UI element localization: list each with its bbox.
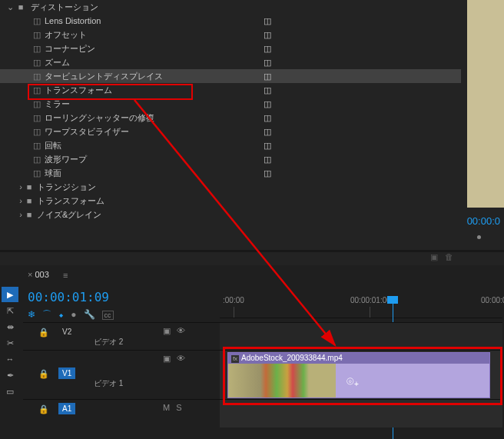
lock-icon[interactable]: 🔒 (38, 404, 49, 414)
selection-tool[interactable]: ▶ (2, 287, 18, 302)
category-label: ディストーション (31, 2, 98, 12)
effect-item[interactable]: ◫回転◫ (0, 138, 461, 152)
new-bin-icon[interactable]: ▣ (430, 252, 438, 261)
drop-cursor-icon: ⦾+ (346, 376, 359, 388)
program-scrubber[interactable] (473, 232, 504, 241)
effect-item[interactable]: ◫ワープスタビライザー◫ (0, 125, 461, 138)
effect-label: ローリングシャッターの修復 (45, 113, 154, 122)
track-tag[interactable]: V1 (58, 367, 75, 379)
track-body-v2[interactable] (220, 322, 502, 351)
panel-footer-icons: ▣ 🗑 (426, 252, 453, 262)
folder-icon: ■ (25, 208, 34, 221)
effect-label: 球面 (45, 168, 61, 178)
effects-category[interactable]: ⌄ ■ ディストーション (0, 0, 461, 14)
lock-icon[interactable]: 🔒 (38, 328, 49, 338)
cc-icon[interactable]: cc (102, 311, 114, 320)
effect-label: トランスフォーム (45, 85, 112, 95)
track-body-a1[interactable] (220, 399, 502, 427)
trash-icon[interactable]: 🗑 (445, 252, 453, 261)
effects-category[interactable]: ›■トランスフォーム (0, 194, 461, 208)
program-monitor-preview (467, 0, 504, 208)
mute-icon[interactable]: M (163, 403, 170, 412)
category-label: ノイズ&グレイン (37, 210, 101, 219)
program-timecode: 00:00:0 (467, 215, 500, 227)
effect-item[interactable]: ◫オフセット◫ (0, 28, 461, 42)
effect-type-icon: ◫ (261, 69, 274, 83)
effect-type-icon: ◫ (261, 111, 274, 125)
solo-icon[interactable]: S (176, 403, 181, 412)
preset-icon: ◫ (32, 111, 41, 125)
ruler-tick: 00:00:01:00 (350, 296, 391, 304)
fx-badge-icon[interactable]: fx (231, 355, 239, 363)
playhead-icon[interactable] (387, 296, 398, 304)
snap-icon[interactable]: ❄ (28, 309, 35, 320)
effect-item[interactable]: ◫トランスフォーム◫ (0, 83, 461, 97)
toggle-output-icon[interactable]: ▣ (163, 326, 171, 335)
track-name: ビデオ 1 (94, 378, 123, 389)
effect-label: ミラー (45, 99, 70, 108)
preset-icon: ◫ (32, 14, 41, 28)
effect-type-icon: ◫ (261, 42, 274, 55)
sequence-tab[interactable]: × 003 (28, 270, 49, 279)
sequence-tab-name: 003 (35, 270, 49, 279)
linked-selection-icon[interactable]: ⌒ (42, 309, 51, 320)
effect-item[interactable]: ◫タービュレントディスプレイス◫ (0, 69, 461, 83)
track-tag[interactable]: V2 (58, 326, 75, 338)
category-label: トランジション (37, 182, 96, 191)
timeline-ruler[interactable]: :00:00 00:00:01:00 00:00:02:00 (220, 296, 502, 318)
effect-label: Lens Distortion (45, 16, 101, 25)
effect-label: タービュレントディスプレイス (45, 72, 163, 81)
wrench-icon[interactable]: 🔧 (84, 309, 95, 320)
effects-category[interactable]: ›■ノイズ&グレイン (0, 208, 461, 221)
eye-icon[interactable]: 👁 (177, 354, 185, 363)
video-clip[interactable]: fxAdobeStock_200933844.mp4 ⦾+ (227, 352, 490, 398)
effect-item[interactable]: ◫ズーム◫ (0, 55, 461, 69)
track-header-a1[interactable]: 🔒 A1 MS (23, 399, 220, 427)
effect-item[interactable]: ◫ローリングシャッターの修復◫ (0, 111, 461, 125)
rectangle-tool[interactable]: ▭ (2, 384, 18, 399)
slip-tool[interactable]: ↔ (2, 351, 18, 367)
sequence-timecode[interactable]: 00:00:01:09 (28, 290, 109, 304)
effect-type-icon: ◫ (261, 97, 274, 111)
preset-icon: ◫ (32, 42, 41, 55)
effect-label: ワープスタビライザー (45, 127, 129, 136)
expand-arrow-icon: › (17, 180, 25, 194)
clip-thumbnail (228, 364, 336, 397)
track-body-v1[interactable]: fxAdobeStock_200933844.mp4 ⦾+ (220, 350, 502, 400)
track-header-v2[interactable]: 🔒 V2 ビデオ 2 ▣👁 (23, 322, 220, 351)
effect-item[interactable]: ◫波形ワープ◫ (0, 152, 461, 166)
track-tag[interactable]: A1 (58, 403, 75, 414)
effect-item[interactable]: ◫ミラー◫ (0, 97, 461, 111)
ruler-tick: :00:00 (223, 296, 244, 304)
preset-icon: ◫ (32, 166, 41, 180)
expand-arrow-icon: › (17, 194, 25, 208)
timeline-buttons: ❄ ⌒ ⬥ ● 🔧 cc (28, 308, 118, 321)
effect-item[interactable]: ◫球面◫ (0, 166, 461, 180)
track-header-v1[interactable]: 🔒 V1 ビデオ 1 ▣👁 (23, 350, 220, 400)
pen-tool[interactable]: ✒ (2, 367, 18, 383)
effect-type-icon: ◫ (261, 152, 274, 166)
effect-item[interactable]: ◫Lens Distortion◫ (0, 14, 461, 28)
track-select-tool[interactable]: ⇱ (2, 303, 18, 318)
clip-label-bar: fxAdobeStock_200933844.mp4 (228, 353, 489, 364)
effect-type-icon: ◫ (261, 166, 274, 180)
lock-icon[interactable]: 🔒 (38, 369, 49, 379)
eye-icon[interactable]: 👁 (177, 326, 185, 335)
effects-category[interactable]: ›■トランジション (0, 180, 461, 194)
panel-menu-icon[interactable]: ≡ (63, 271, 68, 280)
effect-type-icon: ◫ (261, 55, 274, 69)
effect-type-icon: ◫ (261, 125, 274, 138)
settings-icon[interactable]: ● (71, 309, 76, 320)
razor-tool[interactable]: ✂ (2, 335, 18, 351)
ruler-tick: 00:00:02:00 (481, 296, 504, 304)
preset-icon: ◫ (32, 152, 41, 166)
ripple-edit-tool[interactable]: ⇼ (2, 319, 18, 334)
effect-label: コーナーピン (45, 44, 95, 53)
effect-type-icon: ◫ (261, 14, 274, 28)
toggle-output-icon[interactable]: ▣ (163, 354, 171, 363)
marker-icon[interactable]: ⬥ (58, 309, 64, 320)
effect-item[interactable]: ◫コーナーピン◫ (0, 42, 461, 55)
effect-label: 回転 (45, 141, 61, 150)
preset-icon: ◫ (32, 69, 41, 83)
preset-icon: ◫ (32, 138, 41, 152)
